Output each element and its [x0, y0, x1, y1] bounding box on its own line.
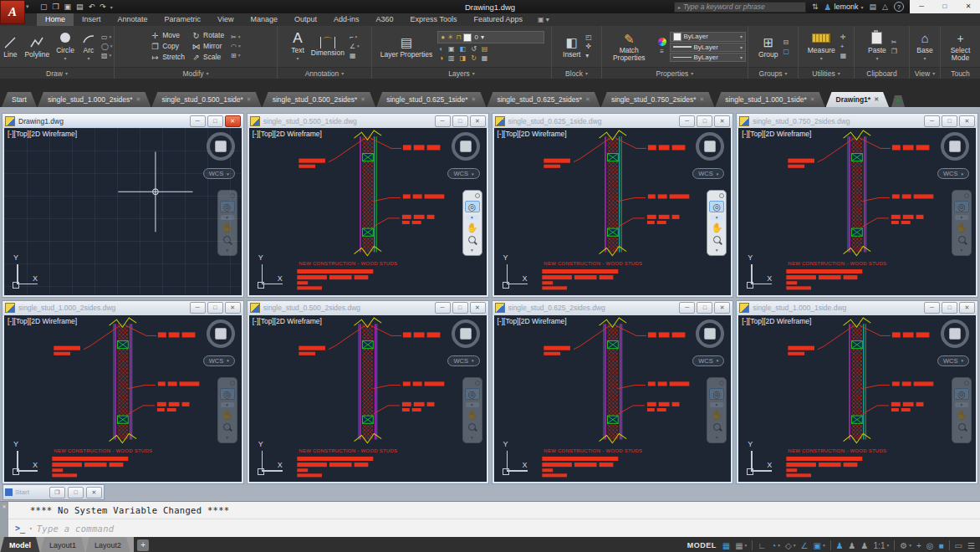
menu-tab[interactable]: Annotate: [110, 13, 156, 26]
qat-customize-icon[interactable]: ▾: [110, 4, 113, 10]
annotation-scale-icon[interactable]: ♟: [861, 541, 869, 550]
chevron-down-icon[interactable]: ▾: [955, 215, 968, 220]
polyline-button[interactable]: Polyline: [23, 35, 51, 59]
layer-tool-icon[interactable]: ◧: [460, 45, 467, 53]
chevron-down-icon[interactable]: ▾: [471, 435, 473, 440]
window-minimize-button[interactable]: ─: [190, 115, 206, 127]
zoom-icon[interactable]: [713, 235, 721, 245]
clean-screen-icon[interactable]: ■: [939, 541, 944, 550]
pan-icon[interactable]: ✋: [956, 222, 967, 233]
pan-icon[interactable]: ✋: [222, 410, 233, 420]
zoom-icon[interactable]: [468, 235, 476, 245]
zoom-icon[interactable]: [223, 235, 231, 245]
window-maximize-button[interactable]: □: [452, 302, 468, 314]
file-tab[interactable]: single_stud_0.625_1side* ✕: [376, 92, 486, 107]
snap-icon[interactable]: ▦ ▾: [735, 541, 747, 550]
layer-tool-icon[interactable]: ↻: [471, 54, 477, 62]
menu-tab[interactable]: Manage: [242, 13, 286, 26]
file-tab-close-icon[interactable]: ✕: [247, 92, 252, 107]
block-attr-tool-icon[interactable]: ▾: [585, 52, 592, 59]
steering-wheel-icon[interactable]: ◎: [709, 201, 724, 212]
chevron-down-icon[interactable]: ▾: [716, 248, 718, 253]
pan-icon[interactable]: ✋: [467, 410, 478, 420]
window-maximize-button[interactable]: □: [697, 115, 712, 127]
cut-tool-icon[interactable]: ✂: [891, 38, 897, 46]
layer-tool-icon[interactable]: ▥: [448, 54, 455, 62]
viewcube-face[interactable]: [949, 328, 961, 340]
chevron-down-icon[interactable]: ▾: [26, 3, 29, 10]
group-edit-tool-icon[interactable]: ▢: [783, 48, 790, 55]
layout-tab[interactable]: Layout1: [40, 537, 85, 552]
object-snap-tracking-icon[interactable]: ∠: [800, 541, 808, 550]
steering-wheel-icon[interactable]: ◎: [709, 388, 724, 400]
window-close-button[interactable]: ✕: [959, 302, 975, 314]
menu-tab[interactable]: Insert: [74, 13, 110, 26]
window-close-button[interactable]: ✕: [225, 302, 241, 314]
panel-label-draw[interactable]: Draw▾: [0, 67, 114, 79]
drawing-canvas[interactable]: [-][Top][2D Wireframe] WCS ▾ ◎ ▾ ✋ ▾ Y X…: [738, 315, 976, 483]
file-tab[interactable]: single_stud_1.000_2sides* ✕: [38, 92, 151, 107]
wcs-dropdown[interactable]: WCS ▾: [692, 355, 724, 366]
file-tab[interactable]: single_stud_1.000_1side* ✕: [715, 92, 824, 107]
file-tab[interactable]: single_stud_0.625_2sides* ✕: [487, 92, 600, 107]
navigation-bar[interactable]: ◎ ▾ ✋ ▾: [707, 190, 727, 256]
zoom-icon[interactable]: [223, 422, 231, 432]
wcs-dropdown[interactable]: WCS ▾: [447, 355, 479, 366]
annotation-visibility-icon[interactable]: ♟: [836, 541, 844, 550]
file-tab-close-icon[interactable]: ✕: [136, 92, 141, 107]
leader-tool-icon[interactable]: ⌐ ▾: [350, 33, 360, 41]
save-icon[interactable]: ▣: [64, 3, 72, 11]
window-minimize-button[interactable]: ─: [190, 302, 206, 314]
panel-label-properties[interactable]: Properties▾: [602, 67, 748, 79]
file-tab-close-icon[interactable]: ✕: [699, 92, 704, 107]
viewport-controls-label[interactable]: [-][Top][2D Wireframe]: [253, 130, 322, 138]
window-minimize-button[interactable]: ─: [679, 302, 695, 314]
window-close-button[interactable]: ✕: [714, 115, 730, 127]
undo-icon[interactable]: ↶: [89, 3, 95, 11]
chevron-down-icon[interactable]: ▾: [87, 55, 89, 63]
object-color-dropdown[interactable]: ByLayer ▾: [670, 32, 746, 42]
viewcube[interactable]: [941, 319, 969, 348]
rotate-button[interactable]: ↻Rotate: [191, 30, 224, 41]
drawing-window-titlebar[interactable]: single_stud_0.750_2sides.dwg ─ □ ✕: [737, 114, 977, 128]
file-tab[interactable]: Drawing1* ✕: [826, 92, 889, 107]
menu-tab[interactable]: Home: [37, 13, 74, 26]
chevron-down-icon[interactable]: ▾: [955, 402, 968, 407]
stretch-button[interactable]: ↦Stretch: [151, 52, 185, 63]
layer-tool-icon[interactable]: ▦: [482, 54, 488, 62]
pan-icon[interactable]: ✋: [956, 410, 967, 420]
viewport-controls-label[interactable]: [-][Top][2D Wireframe]: [498, 317, 567, 325]
panel-label-block[interactable]: Block▾: [552, 67, 601, 79]
color-wheel-icon[interactable]: [658, 38, 666, 46]
viewport-controls-label[interactable]: [-][Top][2D Wireframe]: [8, 317, 77, 325]
chevron-down-icon[interactable]: ▾: [923, 55, 926, 63]
command-window-grip[interactable]: ✕: [0, 502, 8, 537]
wcs-dropdown[interactable]: WCS ▾: [203, 355, 235, 366]
steering-wheel-icon[interactable]: ◎: [465, 388, 480, 400]
drawing-canvas[interactable]: [-][Top][2D Wireframe] WCS ▾ ◎ ▾ ✋ ▾ Y X: [4, 128, 242, 295]
table-tool-icon[interactable]: ▦: [350, 52, 360, 59]
drawing-canvas[interactable]: [-][Top][2D Wireframe] WCS ▾ ◎ ▾ ✋ ▾ Y X…: [4, 315, 242, 483]
scale-button[interactable]: ⇗Scale: [191, 52, 224, 63]
viewport-controls-label[interactable]: [-][Top][2D Wireframe]: [498, 130, 567, 138]
display-menu-icon[interactable]: ▣ ▾: [538, 13, 549, 26]
pan-icon[interactable]: ✋: [711, 410, 722, 420]
file-tab-close-icon[interactable]: ✕: [810, 92, 815, 107]
chevron-down-icon[interactable]: ▾: [221, 402, 234, 407]
chevron-down-icon[interactable]: ▾: [221, 215, 234, 220]
base-button[interactable]: ⌂ Base ▾: [915, 31, 934, 63]
open-file-icon[interactable]: ❒: [53, 3, 59, 11]
layer-tool-icon[interactable]: ▤: [482, 45, 488, 53]
panel-label-annotation[interactable]: Annotation▾: [278, 67, 371, 79]
annotation-autoscale-icon[interactable]: ♟: [849, 541, 856, 550]
window-close-button[interactable]: ✕: [470, 302, 486, 314]
window-close-button[interactable]: ✕: [959, 115, 975, 127]
customize-plus-icon[interactable]: +: [916, 541, 921, 550]
chevron-down-icon[interactable]: ▾: [710, 402, 723, 407]
drawing-window-titlebar[interactable]: single_stud_0.500_1side.dwg ─ □ ✕: [248, 114, 488, 128]
mirror-button[interactable]: ⋈Mirror: [191, 41, 224, 52]
hamburger-menu-icon[interactable]: ☰: [967, 541, 975, 550]
drawing-canvas[interactable]: [-][Top][2D Wireframe] WCS ▾ ◎ ▾ ✋ ▾ Y X…: [249, 315, 487, 483]
viewcube[interactable]: [941, 132, 969, 161]
trim-tool-icon[interactable]: ✂ ▾: [231, 33, 241, 41]
